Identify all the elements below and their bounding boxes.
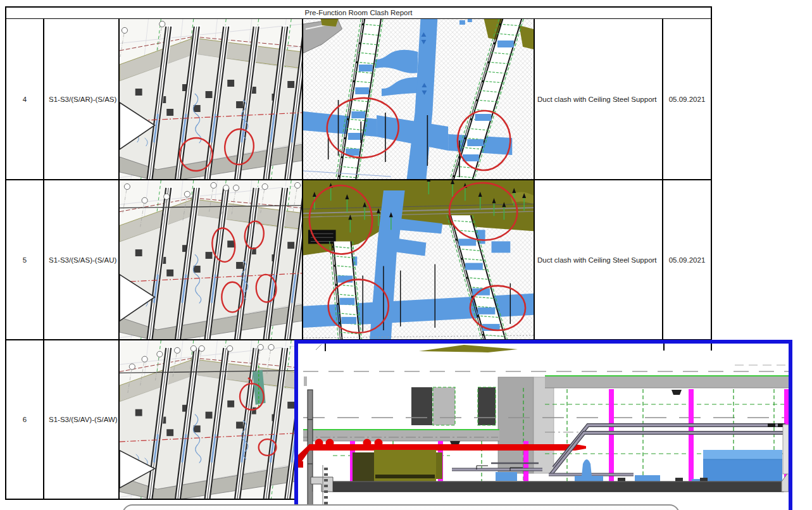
plan-view-cell bbox=[120, 19, 303, 179]
row-number-cell: 6 bbox=[6, 340, 44, 499]
section-view-overlay bbox=[294, 340, 792, 510]
clash-report-page: { "report": { "title": "Pre-Function Roo… bbox=[0, 0, 812, 510]
model-view-cell bbox=[303, 180, 535, 339]
section-view-image bbox=[298, 344, 789, 510]
model-3d-image bbox=[303, 19, 534, 179]
description-cell: Duct clash with Ceiling Steel Support bbox=[535, 180, 663, 339]
description-cell: Duct clash with Ceiling Steel Support bbox=[535, 19, 663, 179]
date-cell: 05.09.2021 bbox=[663, 180, 711, 339]
popup-edge bbox=[122, 504, 680, 510]
plan-view-image bbox=[120, 340, 302, 499]
plan-view-cell bbox=[120, 180, 303, 339]
table-row: 5 S1-S3/(S/AS)-(S/AU) Duct clash with Ce… bbox=[6, 179, 711, 339]
report-title: Pre-Function Room Clash Report bbox=[6, 8, 711, 19]
clash-id-cell: S1-S3/(S/AR)-(S/AS) bbox=[44, 19, 120, 179]
plan-view-image bbox=[120, 180, 302, 339]
clash-id-cell: S1-S3/(S/AV)-(S/AW) bbox=[44, 340, 120, 499]
row-number-cell: 5 bbox=[6, 180, 44, 339]
plan-view-image bbox=[120, 19, 302, 179]
clash-id-cell: S1-S3/(S/AS)-(S/AU) bbox=[44, 180, 120, 339]
model-3d-image bbox=[303, 180, 534, 339]
plan-view-cell bbox=[120, 340, 303, 499]
model-view-cell bbox=[303, 19, 535, 179]
date-cell: 05.09.2021 bbox=[663, 19, 711, 179]
row-number-cell: 4 bbox=[6, 19, 44, 179]
table-row: 4 S1-S3/(S/AR)-(S/AS) Duct clash with Ce… bbox=[6, 19, 711, 179]
